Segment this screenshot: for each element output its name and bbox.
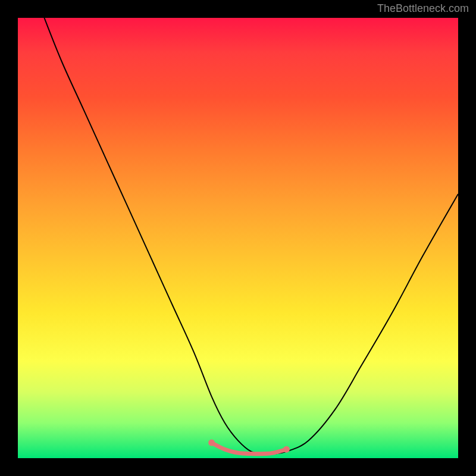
gradient-plot-area xyxy=(18,18,458,458)
chart-svg xyxy=(18,18,458,458)
watermark-text: TheBottleneck.com xyxy=(377,2,469,15)
flat-highlight-dots xyxy=(208,440,290,453)
bottleneck-curve-path xyxy=(44,18,458,454)
highlight-end-dot xyxy=(208,440,215,446)
highlight-end-dot xyxy=(283,446,290,453)
flat-highlight-path xyxy=(212,443,287,454)
